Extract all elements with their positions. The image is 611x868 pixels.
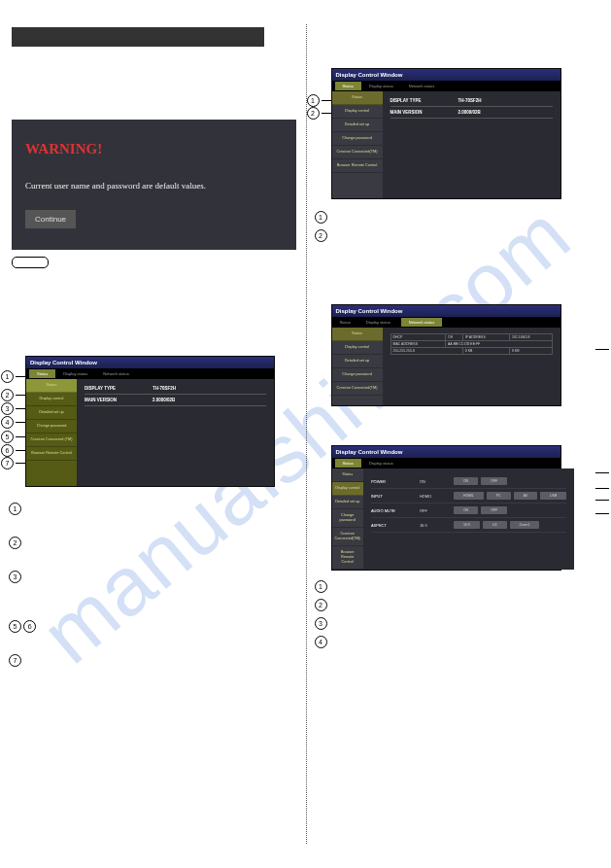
- value: 16:9: [420, 523, 454, 528]
- sidebar-item[interactable]: Detailed set up: [332, 119, 383, 132]
- btn[interactable]: 16:9: [454, 521, 480, 529]
- btn[interactable]: USB: [540, 492, 566, 500]
- list-num: 6: [23, 620, 36, 633]
- warning-panel: WARNING! Current user name and password …: [12, 120, 296, 250]
- cell: Off: [446, 334, 463, 341]
- btn[interactable]: 4:3: [483, 521, 507, 529]
- tab-display[interactable]: Display status: [358, 318, 398, 327]
- dcw-panel-1: Display Control Window Status Display st…: [25, 356, 275, 487]
- list-num: 1: [315, 211, 327, 224]
- tab-network[interactable]: Network status: [95, 369, 136, 378]
- list-num: 3: [315, 617, 327, 630]
- btn[interactable]: Zoom1: [510, 521, 540, 529]
- sidebar-item[interactable]: Crestron Connected(TM): [332, 146, 383, 159]
- tab-network[interactable]: Network status: [401, 318, 442, 327]
- sidebar-item[interactable]: Change password: [332, 509, 363, 528]
- list-num: 5: [9, 620, 21, 633]
- value: HDMI1: [420, 494, 454, 499]
- tab-network[interactable]: Network status: [401, 82, 442, 90]
- btn-on[interactable]: ON: [454, 506, 478, 514]
- value: ON: [420, 479, 454, 484]
- sidebar-item[interactable]: Status: [26, 379, 77, 393]
- tab-status[interactable]: Status: [332, 318, 358, 327]
- cell: DHCP: [390, 334, 446, 341]
- sidebar-item[interactable]: Change password: [332, 368, 383, 382]
- callout-3: 3: [1, 402, 14, 415]
- cell: 255.255.255.0: [390, 348, 462, 355]
- sidebar-item[interactable]: Display control: [332, 482, 363, 496]
- tab-display[interactable]: Display status: [55, 369, 95, 378]
- dcw-titlebar: Display Control Window: [332, 446, 560, 458]
- label: POWER: [371, 479, 420, 484]
- continue-button[interactable]: Continue: [25, 210, 76, 228]
- warning-title: WARNING!: [25, 141, 283, 157]
- value: 2.0000/02B: [458, 110, 481, 115]
- section-header-bar: [12, 27, 264, 47]
- dcw-titlebar: Display Control Window: [26, 357, 274, 368]
- btn[interactable]: PC: [487, 492, 511, 500]
- tab-status[interactable]: Status: [29, 369, 55, 378]
- label: MAIN VERSION: [85, 398, 153, 402]
- dcw-sidebar: Status Display control Detailed set up C…: [332, 91, 383, 198]
- sidebar-item[interactable]: Browser Remote Control: [332, 159, 383, 173]
- sidebar-item[interactable]: Browser Remote Control: [332, 546, 363, 570]
- sidebar-item[interactable]: Display control: [26, 393, 77, 406]
- cell: 0 KB: [509, 348, 552, 355]
- btn-off[interactable]: OFF: [481, 477, 507, 485]
- tab-display[interactable]: Display status: [361, 82, 401, 90]
- sidebar-item[interactable]: Detailed set up: [26, 406, 77, 420]
- value: OFF: [420, 508, 454, 513]
- callout-list-r3: 1 2 3 4: [315, 580, 600, 654]
- warning-text: Current user name and password are defau…: [25, 181, 283, 191]
- btn-on[interactable]: ON: [454, 477, 478, 485]
- callout-list-left: 1 2 3 5 6 7: [9, 503, 294, 673]
- cell: 192.168.0.8: [509, 334, 552, 341]
- sidebar-item[interactable]: Detailed set up: [332, 355, 383, 368]
- callout-7: 7: [1, 457, 14, 469]
- callout-6: 6: [1, 444, 14, 457]
- dcw-panel-3: Display Control Window StatusDisplay sta…: [331, 304, 561, 406]
- dcw-main: DISPLAY TYPETH-70SF2H MAIN VERSION2.0000…: [77, 379, 274, 486]
- dcw-tabs: Status Display status Network status: [26, 368, 274, 379]
- sidebar-item[interactable]: Status: [332, 328, 383, 341]
- list-num: 1: [9, 503, 21, 515]
- label: DISPLAY TYPE: [390, 98, 458, 103]
- value: TH-70SF2H: [458, 98, 482, 103]
- callout-5: 5: [1, 431, 14, 443]
- sidebar-item[interactable]: Change password: [332, 132, 383, 146]
- tab-display[interactable]: Display status: [361, 459, 401, 468]
- dcw-sidebar: Status Display control Detailed set up C…: [332, 328, 383, 405]
- tab-status[interactable]: Status: [335, 82, 361, 90]
- sidebar-item[interactable]: Crestron Connected (TM): [26, 434, 77, 447]
- figure-dcw-network: 1 Display Control Window StatusDisplay s…: [331, 304, 600, 406]
- sidebar-item[interactable]: Status: [332, 469, 363, 482]
- list-num: 4: [315, 636, 327, 648]
- dcw-titlebar: Display Control Window: [332, 305, 560, 317]
- network-table: DHCPOffIP ADDRESS192.168.0.8 MAC ADDRESS…: [390, 333, 553, 355]
- sidebar-item[interactable]: Browser Remote Control: [26, 447, 77, 461]
- dcw-titlebar: Display Control Window: [332, 69, 560, 81]
- callout-4: 4: [1, 416, 14, 429]
- callout-1: 1: [1, 370, 14, 383]
- label: MAIN VERSION: [390, 110, 458, 115]
- small-outline: [12, 257, 49, 268]
- label: INPUT: [371, 494, 420, 499]
- dcw-sidebar: Status Display control Detailed set up C…: [332, 469, 363, 570]
- sidebar-item[interactable]: Display control: [332, 341, 383, 355]
- sidebar-item[interactable]: Change password: [26, 420, 77, 434]
- btn-off[interactable]: OFF: [481, 506, 507, 514]
- sidebar-item[interactable]: Display control: [332, 105, 383, 119]
- list-num: 7: [9, 654, 21, 667]
- sidebar-item[interactable]: Detailed set up: [332, 496, 363, 509]
- list-num: 2: [315, 229, 327, 242]
- callout-list-r1: 1 2: [315, 211, 600, 248]
- dcw-sidebar: Status Display control Detailed set up C…: [26, 379, 77, 486]
- btn[interactable]: HDMI1: [454, 492, 484, 500]
- callout-2: 2: [1, 389, 14, 401]
- tab-status[interactable]: Status: [335, 459, 361, 468]
- callout-1: 1: [307, 94, 320, 107]
- sidebar-item[interactable]: Crestron Connected(TM): [332, 382, 383, 396]
- sidebar-item[interactable]: Crestron Connected(TM): [332, 528, 363, 546]
- list-num: 1: [315, 580, 327, 593]
- sidebar-item[interactable]: Status: [332, 91, 383, 105]
